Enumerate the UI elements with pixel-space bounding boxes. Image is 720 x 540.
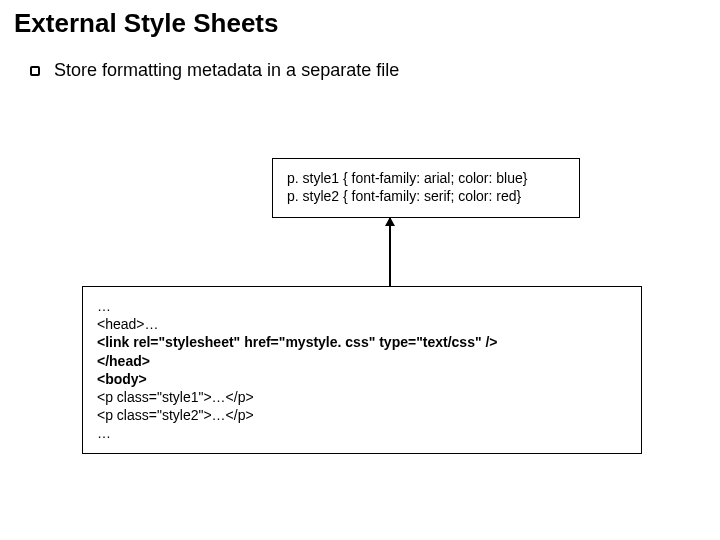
html-file-box: … <head>… <link rel="stylesheet" href="m… [82, 286, 642, 454]
bullet-text: Store formatting metadata in a separate … [54, 60, 399, 81]
html-line-7: <p class="style2">…</p> [97, 406, 629, 424]
html-line-5: <body> [97, 370, 629, 388]
bullet-icon [30, 66, 40, 76]
css-file-box: p. style1 { font-family: arial; color: b… [272, 158, 580, 218]
arrow-icon [389, 218, 391, 286]
html-line-8: … [97, 424, 629, 442]
bullet-item: Store formatting metadata in a separate … [30, 60, 399, 81]
html-line-4: </head> [97, 352, 629, 370]
html-line-3: <link rel="stylesheet" href="mystyle. cs… [97, 333, 629, 351]
html-line-6: <p class="style1">…</p> [97, 388, 629, 406]
html-line-1: … [97, 297, 629, 315]
css-line-1: p. style1 { font-family: arial; color: b… [287, 169, 569, 187]
html-line-2: <head>… [97, 315, 629, 333]
slide-title: External Style Sheets [14, 8, 278, 39]
css-line-2: p. style2 { font-family: serif; color: r… [287, 187, 569, 205]
